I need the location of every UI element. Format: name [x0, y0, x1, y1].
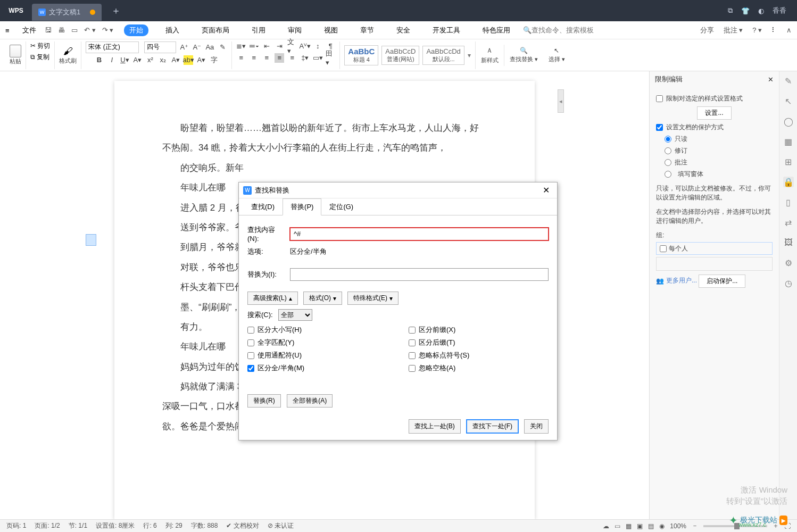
paste-group[interactable]: 粘贴 [5, 41, 26, 69]
file-menu[interactable]: 文件 [18, 26, 40, 35]
mode-fillform[interactable]: 填写窗体 [665, 170, 773, 179]
mode-comment[interactable]: 批注 [665, 158, 773, 167]
format-brush[interactable]: 🖌 格式刷 [55, 41, 81, 69]
replace-all-button[interactable]: 全部替换(A) [287, 394, 333, 408]
find-next-button[interactable]: 查找下一处(F) [466, 419, 519, 434]
strike-icon[interactable]: A▾ [132, 55, 142, 65]
font-name-input[interactable] [86, 41, 139, 53]
bold-icon[interactable]: B [94, 55, 104, 65]
text-direction-icon[interactable]: 文▾ [287, 41, 297, 51]
tab-dev[interactable]: 开发工具 [427, 24, 466, 36]
status-col[interactable]: 列: 29 [165, 521, 182, 530]
style-heading4[interactable]: AaBbC 标题 4 [344, 45, 378, 65]
panel-collapse-handle[interactable]: ◂ [558, 89, 564, 113]
check-full-half[interactable]: 区分全/半角(M) [247, 363, 387, 373]
align-right-icon[interactable]: ≡ [262, 53, 271, 63]
help-icon[interactable]: ? ▾ [752, 26, 762, 34]
side-image-icon[interactable]: 🖼 [783, 237, 794, 248]
hamburger-icon[interactable]: ≡ [5, 27, 15, 34]
save-icon[interactable]: 🖫 [45, 26, 52, 34]
side-shape-icon[interactable]: ◯ [783, 116, 794, 127]
side-page-icon[interactable]: ▯ [783, 197, 794, 207]
group-empty-box[interactable] [656, 257, 773, 271]
share-button[interactable]: 分享 [700, 26, 714, 35]
set-protection-check[interactable]: 设置文档的保护方式 [656, 123, 773, 132]
check-match-case[interactable]: 区分大小写(H) [247, 325, 387, 335]
tab-layout[interactable]: 页面布局 [196, 24, 235, 36]
status-row[interactable]: 行: 6 [143, 521, 156, 530]
underline-icon[interactable]: U▾ [120, 55, 129, 65]
side-lock-icon[interactable]: 🔒 [783, 177, 794, 187]
side-clock-icon[interactable]: ◷ [783, 278, 794, 288]
mode-readonly[interactable]: 只读 [665, 135, 773, 144]
status-position[interactable]: 设置值: 8厘米 [96, 521, 135, 530]
italic-icon[interactable]: I [107, 55, 117, 65]
distribute-icon[interactable]: ≡ [287, 53, 297, 63]
settings-button[interactable]: 设置... [697, 106, 731, 120]
tab-security[interactable]: 安全 [391, 24, 416, 36]
side-link-icon[interactable]: ⇄ [783, 217, 794, 228]
side-grid-icon[interactable]: ⊞ [783, 156, 794, 167]
search-scope-select[interactable]: 全部 [278, 309, 312, 321]
tab-reference[interactable]: 引用 [246, 24, 271, 36]
close-button[interactable]: 关闭 [524, 419, 549, 434]
phonetic-icon[interactable]: 字 [209, 55, 219, 65]
notification-icon[interactable]: ⧉ [728, 6, 733, 15]
dialog-tab-goto[interactable]: 定位(G) [321, 198, 361, 215]
start-protection-button[interactable]: 启动保护... [699, 275, 745, 288]
align-justify-icon[interactable]: ≡ [275, 53, 284, 63]
subscript-icon[interactable]: x₂ [158, 55, 168, 65]
paragraph-marker-icon[interactable] [86, 234, 96, 246]
style-gallery-dropdown-icon[interactable]: ▾ [468, 52, 471, 59]
status-unauth[interactable]: ⊘ 未认证 [268, 521, 294, 530]
indent-inc-icon[interactable]: ⇥ [275, 41, 284, 51]
status-proof[interactable]: ✔ 文档校对 [226, 521, 259, 530]
copy-button[interactable]: ⧉ 复制 [30, 53, 49, 62]
settings-icon[interactable]: ⠇ [771, 26, 777, 34]
side-layout-icon[interactable]: ▦ [783, 136, 794, 147]
search-placeholder[interactable]: 查找命令、搜索模板 [532, 26, 594, 35]
align-left-icon[interactable]: ≡ [236, 53, 246, 63]
find-replace-button[interactable]: 🔍 查找替换 ▾ [504, 47, 543, 63]
increase-font-icon[interactable]: A⁺ [179, 43, 189, 52]
document-tab[interactable]: W 文字文稿1 [32, 4, 102, 21]
clear-format-icon[interactable]: ✎ [218, 43, 227, 52]
style-normal-web[interactable]: AaBbCcD 普通(网站) [381, 46, 419, 65]
status-page[interactable]: 页面: 1/2 [35, 521, 60, 530]
check-suffix[interactable]: 区分后缀(T) [409, 338, 549, 347]
side-pencil-icon[interactable]: ✎ [783, 76, 794, 86]
preview-icon[interactable]: ▭ [71, 26, 78, 34]
status-section[interactable]: 节: 1/1 [69, 521, 87, 530]
check-ignore-punct[interactable]: 忽略标点符号(S) [409, 351, 549, 360]
check-prefix[interactable]: 区分前缀(X) [409, 325, 549, 335]
tab-view[interactable]: 视图 [319, 24, 343, 36]
side-settings-icon[interactable]: ⚙ [783, 257, 794, 268]
doc-paragraph[interactable]: 盼望着，盼望着……翘首以盼的新年近了。街市上车水马龙，人山人海，好不热闹。34 … [162, 118, 487, 158]
view-web-icon[interactable]: ▣ [637, 522, 643, 530]
tab-feature[interactable]: 特色应用 [477, 24, 516, 36]
undo-icon[interactable]: ↶ ▾ [84, 26, 96, 34]
zoom-value[interactable]: 100% [670, 522, 686, 530]
view-read-icon[interactable]: ▭ [615, 522, 620, 530]
user-avatar-icon[interactable]: ◐ [758, 7, 764, 15]
line-spacing-icon[interactable]: ‡▾ [300, 53, 310, 63]
font-color-icon[interactable]: A▾ [171, 55, 180, 65]
view-outline-icon[interactable]: ▤ [648, 522, 654, 530]
more-users-link[interactable]: 👥更多用户... [656, 276, 697, 285]
select-button[interactable]: ↖ 选择 ▾ [543, 47, 570, 63]
change-case-icon[interactable]: Aa [205, 43, 214, 52]
replace-input[interactable] [290, 268, 549, 281]
collapse-ribbon-icon[interactable]: ∧ [786, 26, 792, 34]
redo-icon[interactable]: ↷ ▾ [102, 26, 114, 34]
border-icon[interactable]: 田▾ [326, 53, 335, 63]
special-format-button[interactable]: 特殊格式(E) ▾ [347, 292, 399, 305]
numbering-icon[interactable]: ⩸▾ [249, 41, 259, 51]
find-prev-button[interactable]: 查找上一处(B) [409, 419, 461, 434]
dialog-close-icon[interactable]: ✕ [539, 185, 553, 195]
status-words[interactable]: 字数: 888 [191, 521, 218, 530]
view-cloud-icon[interactable]: ☁ [603, 522, 609, 530]
zoom-out-icon[interactable]: － [692, 521, 698, 530]
status-page-no[interactable]: 页码: 1 [6, 521, 26, 530]
doc-paragraph[interactable]: 的交响乐。新年 [162, 158, 487, 178]
restrict-format-check[interactable]: 限制对选定的样式设置格式 [656, 94, 773, 103]
